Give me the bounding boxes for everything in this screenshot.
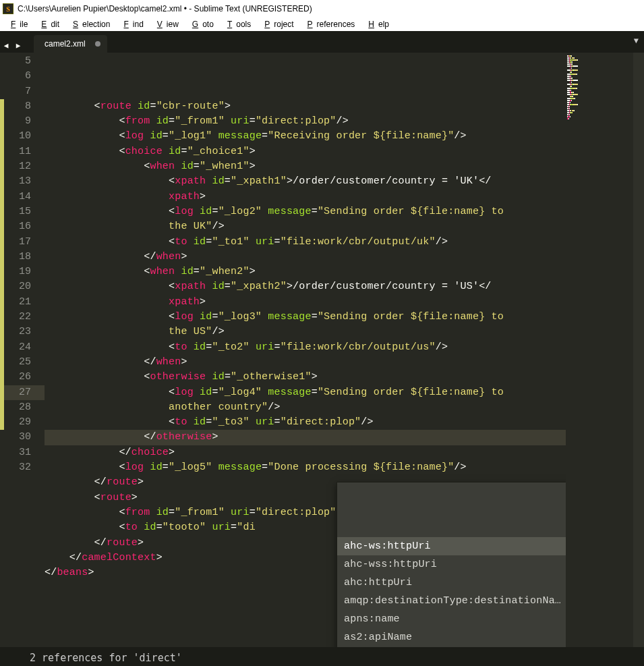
minimap[interactable] [566, 53, 633, 647]
code-line[interactable]: <to id="_to3" uri="direct:plop"/> [45, 415, 566, 430]
code-line[interactable]: <log id="_log5" message="Done processing… [45, 460, 566, 475]
autocomplete-item[interactable]: amqp:destinationType:destinationNa… [337, 592, 588, 610]
status-bar: 2 references for 'direct' [0, 647, 644, 666]
line-number[interactable]: 8 [0, 99, 45, 114]
menu-item-project[interactable]: Project [256, 18, 297, 30]
code-line[interactable]: <xpath id="_xpath2">/order/customer/coun… [45, 279, 566, 294]
menu-item-help[interactable]: Help [360, 18, 393, 30]
line-number[interactable]: 26 [0, 370, 45, 385]
code-line[interactable]: the UK"/> [45, 219, 566, 234]
code-line[interactable]: xpath> [45, 190, 566, 204]
line-number[interactable]: 32 [0, 460, 45, 475]
code-line[interactable]: <from id="_from1" uri="direct:plop"/> [45, 114, 566, 129]
window-title: C:\Users\Aurelien Pupier\Desktop\camel2.… [18, 4, 312, 13]
line-number[interactable]: 28 [0, 400, 45, 415]
tab-dirty-icon [95, 41, 100, 47]
line-number-gutter[interactable]: 5678910111213141516171819202122232425262… [0, 53, 45, 647]
nav-forward-icon[interactable]: ▶ [12, 38, 24, 53]
line-number[interactable]: 6 [0, 69, 45, 84]
code-line[interactable]: <route id="cbr-route"> [45, 99, 566, 114]
code-line[interactable]: <to id="_to2" uri="file:work/cbr/output/… [45, 340, 566, 355]
line-number[interactable]: 15 [0, 204, 45, 219]
line-number[interactable]: 20 [0, 279, 45, 294]
autocomplete-item[interactable]: ahc-ws:httpUri [337, 537, 588, 555]
line-number[interactable]: 31 [0, 445, 45, 460]
tab-overflow-icon[interactable]: ▼ [634, 36, 639, 46]
line-number[interactable]: 9 [0, 114, 45, 129]
code-line[interactable]: <choice id="_choice1"> [45, 144, 566, 159]
autocomplete-item[interactable]: asterisk:name [337, 646, 588, 647]
line-number[interactable]: 16 [0, 219, 45, 234]
line-number[interactable]: 27 [0, 385, 45, 400]
autocomplete-item[interactable]: apns:name [337, 610, 588, 628]
line-number[interactable]: 12 [0, 159, 45, 174]
menu-item-file[interactable]: File [3, 18, 32, 30]
autocomplete-item[interactable]: as2:apiName [337, 628, 588, 646]
line-number[interactable]: 14 [0, 190, 45, 204]
line-number[interactable]: 10 [0, 129, 45, 144]
menu-item-view[interactable]: View [149, 18, 183, 30]
line-number[interactable]: 25 [0, 355, 45, 370]
code-line[interactable]: <log id="_log1" message="Receiving order… [45, 129, 566, 144]
code-line[interactable]: <when id="_when2"> [45, 265, 566, 279]
line-number[interactable]: 19 [0, 265, 45, 279]
app-icon [3, 3, 13, 14]
line-number[interactable]: 13 [0, 174, 45, 189]
code-line[interactable]: the US"/> [45, 325, 566, 339]
menu-item-edit[interactable]: Edit [33, 18, 63, 30]
line-number[interactable]: 24 [0, 340, 45, 355]
line-number[interactable]: 22 [0, 310, 45, 325]
autocomplete-item[interactable]: ahc:httpUri [337, 574, 588, 592]
menu-item-find[interactable]: Find [115, 18, 147, 30]
tab-strip: ◀ ▶ camel2.xml ▼ [0, 31, 644, 53]
code-line[interactable]: </choice> [45, 445, 566, 460]
code-line[interactable]: <xpath id="_xpath1">/order/customer/coun… [45, 174, 566, 189]
menu-item-selection[interactable]: Selection [65, 18, 114, 30]
autocomplete-item[interactable]: ahc-wss:httpUri [337, 555, 588, 574]
code-line[interactable]: <to id="_to1" uri="file:work/cbr/output/… [45, 235, 566, 250]
line-number[interactable]: 17 [0, 235, 45, 250]
menu-item-preferences[interactable]: Preferences [299, 18, 359, 30]
code-line[interactable]: </when> [45, 355, 566, 370]
code-line[interactable]: xpath> [45, 295, 566, 310]
window-titlebar: C:\Users\Aurelien Pupier\Desktop\camel2.… [0, 0, 644, 18]
code-line[interactable]: <log id="_log2" message="Sending order $… [45, 204, 566, 219]
code-line[interactable]: <when id="_when1"> [45, 159, 566, 174]
line-number[interactable]: 18 [0, 250, 45, 265]
code-line[interactable]: another country"/> [45, 400, 566, 415]
line-number[interactable]: 29 [0, 415, 45, 430]
menu-item-goto[interactable]: Goto [184, 18, 218, 30]
code-line[interactable]: <otherwise id="_otherwise1"> [45, 370, 566, 385]
code-line[interactable]: <log id="_log3" message="Sending order $… [45, 310, 566, 325]
line-number[interactable]: 30 [0, 430, 45, 445]
line-number[interactable]: 7 [0, 84, 45, 99]
autocomplete-popup[interactable]: ahc-ws:httpUriahc-wss:httpUriahc:httpUri… [336, 482, 589, 647]
line-number[interactable]: 23 [0, 325, 45, 339]
code-line[interactable]: <log id="_log4" message="Sending order $… [45, 385, 566, 400]
code-line[interactable]: </when> [45, 250, 566, 265]
code-line[interactable]: </otherwise> [45, 430, 566, 445]
line-number[interactable]: 21 [0, 295, 45, 310]
tab-file[interactable]: camel2.xml [34, 35, 107, 53]
status-text: 2 references for 'direct' [30, 652, 182, 664]
line-number[interactable]: 11 [0, 144, 45, 159]
menu-item-tools[interactable]: Tools [219, 18, 255, 30]
line-number[interactable]: 5 [0, 54, 45, 69]
nav-back-icon[interactable]: ◀ [0, 38, 12, 53]
editor-area: 5678910111213141516171819202122232425262… [0, 53, 644, 647]
vertical-scrollbar[interactable] [633, 53, 644, 647]
code-editor[interactable]: <route id="cbr-route"> <from id="_from1"… [45, 53, 566, 647]
tab-label: camel2.xml [45, 39, 86, 49]
menu-bar[interactable]: FileEditSelectionFindViewGotoToolsProjec… [0, 18, 644, 31]
